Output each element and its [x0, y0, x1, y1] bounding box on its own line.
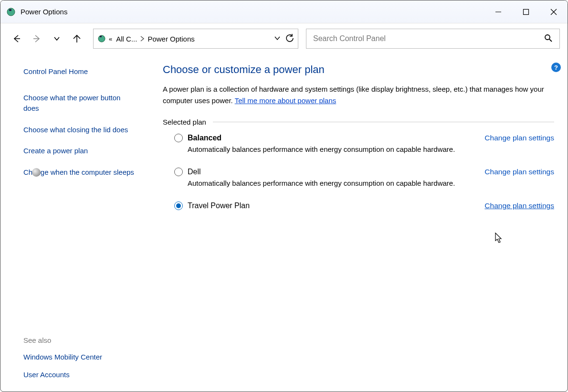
address-dropdown-button[interactable] — [274, 35, 281, 43]
radio-dell[interactable] — [174, 168, 183, 176]
section-label-selected-plan: Selected plan — [163, 118, 206, 126]
plan-name-dell[interactable]: Dell — [188, 168, 201, 176]
search-icon[interactable] — [544, 34, 553, 44]
breadcrumb-overflow[interactable]: « — [109, 35, 112, 42]
sidebar-link-create-plan[interactable]: Create a power plan — [23, 146, 134, 157]
maximize-button[interactable] — [512, 0, 540, 23]
learn-more-link[interactable]: Tell me more about power plans — [235, 96, 337, 105]
address-bar[interactable]: « All C... Power Options — [93, 29, 298, 49]
svg-rect-1 — [9, 9, 11, 11]
search-box[interactable] — [306, 29, 560, 49]
close-button[interactable] — [540, 0, 568, 23]
plan-desc-dell: Automatically balances performance with … — [188, 179, 554, 187]
see-also-user-accounts[interactable]: User Accounts — [23, 370, 134, 381]
toolbar: « All C... Power Options — [0, 23, 568, 54]
change-settings-balanced[interactable]: Change plan settings — [484, 134, 554, 142]
search-input[interactable] — [313, 34, 544, 43]
back-button[interactable] — [8, 30, 25, 47]
up-button[interactable] — [68, 30, 85, 47]
see-also-heading: See also — [23, 336, 134, 344]
main-panel: Choose or customize a power plan A power… — [144, 64, 568, 392]
titlebar: Power Options — [0, 0, 568, 23]
plan-name-travel[interactable]: Travel Power Plan — [188, 201, 250, 210]
svg-rect-10 — [100, 36, 102, 37]
breadcrumb-seg-1[interactable]: All C... — [116, 35, 137, 43]
forward-button[interactable] — [28, 30, 45, 47]
refresh-button[interactable] — [285, 34, 294, 44]
radio-travel[interactable] — [174, 201, 183, 210]
radio-balanced[interactable] — [174, 134, 183, 142]
plan-dell: Dell Change plan settings Automatically … — [163, 168, 554, 187]
change-settings-travel[interactable]: Change plan settings — [484, 201, 554, 210]
svg-line-12 — [549, 39, 552, 42]
plan-travel: Travel Power Plan Change plan settings — [163, 201, 554, 210]
power-options-mini-icon — [97, 34, 106, 43]
sidebar: Control Panel Home Choose what the power… — [0, 64, 144, 392]
current-page-indicator-icon — [32, 168, 41, 177]
page-description: A power plan is a collection of hardware… — [163, 84, 554, 106]
change-settings-dell[interactable]: Change plan settings — [484, 168, 554, 176]
sidebar-link-closing-lid[interactable]: Choose what closing the lid does — [23, 125, 134, 136]
recent-locations-button[interactable] — [48, 30, 65, 47]
svg-point-11 — [545, 35, 550, 40]
section-divider — [213, 122, 554, 122]
control-panel-home-link[interactable]: Control Panel Home — [23, 66, 134, 77]
svg-rect-3 — [524, 9, 529, 14]
description-text: A power plan is a collection of hardware… — [163, 85, 544, 105]
plan-balanced: Balanced Change plan settings Automatica… — [163, 134, 554, 153]
breadcrumb-seg-2[interactable]: Power Options — [147, 35, 194, 43]
page-heading: Choose or customize a power plan — [163, 64, 554, 76]
sidebar-link-power-button[interactable]: Choose what the power button does — [23, 93, 134, 114]
minimize-button[interactable] — [484, 0, 512, 23]
see-also-mobility-center[interactable]: Windows Mobility Center — [23, 352, 134, 363]
window-title: Power Options — [21, 8, 67, 16]
power-options-icon — [6, 7, 16, 17]
help-button[interactable]: ? — [551, 63, 561, 72]
plan-name-balanced[interactable]: Balanced — [188, 134, 221, 142]
chevron-right-icon[interactable] — [140, 35, 145, 43]
plan-desc-balanced: Automatically balances performance with … — [188, 145, 554, 153]
